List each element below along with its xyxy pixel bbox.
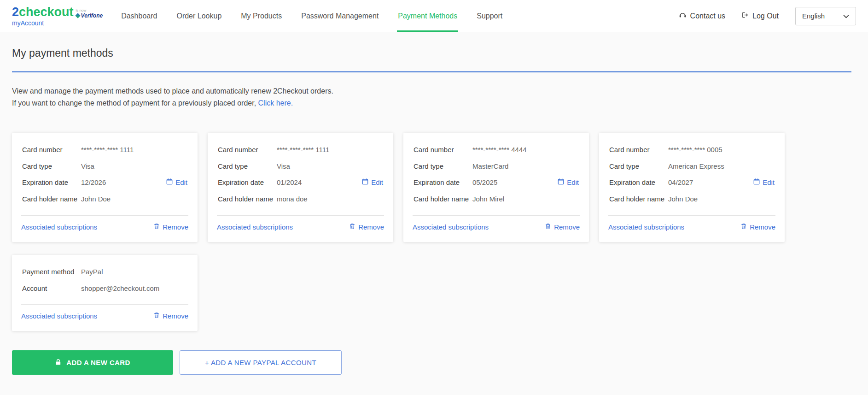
nav-item-dashboard[interactable]: Dashboard bbox=[120, 0, 158, 32]
card-body: Card number ****-****-**** 1111 Card typ… bbox=[12, 133, 198, 214]
nav-item-support[interactable]: Support bbox=[476, 0, 503, 32]
remove-label: Remove bbox=[163, 223, 188, 231]
contact-us-link[interactable]: Contact us bbox=[679, 12, 725, 20]
trash-icon bbox=[545, 223, 551, 231]
calendar-icon bbox=[166, 178, 173, 186]
contact-us-label: Contact us bbox=[690, 12, 725, 20]
card-number-row: Card number ****-****-**** 1111 bbox=[218, 146, 383, 154]
card-footer: Associated subscriptions Remove bbox=[217, 215, 384, 242]
edit-link[interactable]: Edit bbox=[558, 178, 579, 186]
card-type-row: Card type Visa bbox=[218, 162, 383, 171]
logout-icon bbox=[742, 12, 749, 20]
trash-icon bbox=[349, 223, 355, 231]
expiration-label: Expiration date bbox=[218, 178, 277, 187]
expiration-row: Expiration date 12/2026 Edit bbox=[22, 178, 187, 187]
remove-link[interactable]: Remove bbox=[349, 223, 384, 231]
edit-label: Edit bbox=[175, 178, 187, 186]
chevron-down-icon bbox=[843, 12, 849, 20]
card-number-row: Card number ****-****-**** 0005 bbox=[609, 146, 775, 154]
card-type-label: Card type bbox=[414, 162, 472, 171]
calendar-icon bbox=[362, 178, 368, 186]
contact-us-icon bbox=[679, 12, 687, 20]
card-number-value: ****-****-**** 1111 bbox=[81, 146, 134, 154]
card-type-label: Card type bbox=[22, 162, 81, 171]
title-underline bbox=[12, 71, 851, 72]
expiration-label: Expiration date bbox=[414, 178, 472, 187]
main-nav: Dashboard Order Lookup My Products Passw… bbox=[120, 0, 521, 32]
card-holder-row: Card holder name John Doe bbox=[609, 195, 775, 204]
nav-item-password-management[interactable]: Password Management bbox=[300, 0, 379, 32]
paypal-card-row: Payment method PayPal Account shopper@2c… bbox=[12, 255, 851, 331]
logout-link[interactable]: Log Out bbox=[742, 12, 779, 20]
logo-top: 2checkout is now Verifone bbox=[12, 6, 103, 18]
description-line-2: If you want to change the method of paym… bbox=[12, 97, 851, 109]
card-holder-row: Card holder name mona doe bbox=[218, 195, 383, 204]
remove-link[interactable]: Remove bbox=[153, 312, 188, 320]
card-type-row: Card type American Express bbox=[609, 162, 775, 171]
card-number-row: Card number ****-****-**** 4444 bbox=[414, 146, 579, 154]
card-holder-label: Card holder name bbox=[609, 195, 668, 204]
calendar-icon bbox=[558, 178, 564, 186]
remove-label: Remove bbox=[750, 223, 775, 231]
expiration-value: 12/2026 bbox=[81, 178, 106, 187]
card-body: Payment method PayPal Account shopper@2c… bbox=[12, 255, 198, 304]
card-holder-value: mona doe bbox=[277, 195, 308, 204]
card-footer: Associated subscriptions Remove bbox=[21, 215, 188, 242]
payment-card: Card number ****-****-**** 4444 Card typ… bbox=[403, 133, 589, 242]
card-footer: Associated subscriptions Remove bbox=[608, 215, 775, 242]
card-holder-value: John Doe bbox=[668, 195, 698, 204]
associated-subscriptions-link[interactable]: Associated subscriptions bbox=[413, 223, 489, 231]
top-nav: 2checkout is now Verifone myAccount Dash… bbox=[0, 0, 868, 32]
trash-icon bbox=[153, 312, 160, 320]
edit-label: Edit bbox=[567, 178, 579, 186]
card-holder-value: John Mirel bbox=[472, 195, 504, 204]
expiration-value: 01/2024 bbox=[277, 178, 302, 187]
logo[interactable]: 2checkout is now Verifone myAccount bbox=[12, 6, 103, 26]
add-new-paypal-button[interactable]: + ADD A NEW PAYPAL ACCOUNT bbox=[180, 350, 342, 375]
nav-item-my-products[interactable]: My Products bbox=[240, 0, 283, 32]
card-footer: Associated subscriptions Remove bbox=[21, 304, 188, 331]
nav-item-payment-methods[interactable]: Payment Methods bbox=[397, 0, 458, 32]
associated-subscriptions-link[interactable]: Associated subscriptions bbox=[21, 312, 97, 320]
associated-subscriptions-link[interactable]: Associated subscriptions bbox=[21, 223, 97, 231]
paypal-card: Payment method PayPal Account shopper@2c… bbox=[12, 255, 198, 331]
associated-subscriptions-link[interactable]: Associated subscriptions bbox=[217, 223, 293, 231]
associated-subscriptions-link[interactable]: Associated subscriptions bbox=[608, 223, 684, 231]
edit-link[interactable]: Edit bbox=[753, 178, 775, 186]
card-type-value: Visa bbox=[81, 162, 94, 171]
click-here-link[interactable]: Click here. bbox=[258, 99, 293, 107]
trash-icon bbox=[153, 223, 160, 231]
remove-label: Remove bbox=[358, 223, 384, 231]
remove-link[interactable]: Remove bbox=[545, 223, 580, 231]
language-select[interactable]: English bbox=[795, 7, 856, 25]
payment-method-value: PayPal bbox=[81, 268, 103, 277]
card-type-value: Visa bbox=[277, 162, 290, 171]
payment-method-label: Payment method bbox=[22, 268, 81, 277]
card-number-value: ****-****-**** 0005 bbox=[668, 146, 722, 154]
payment-card: Card number ****-****-**** 1111 Card typ… bbox=[208, 133, 393, 242]
remove-link[interactable]: Remove bbox=[153, 223, 188, 231]
verifone-logo: Verifone bbox=[76, 13, 103, 18]
add-new-card-button[interactable]: ADD A NEW CARD bbox=[12, 350, 173, 375]
expiration-value: 05/2025 bbox=[472, 178, 497, 187]
card-type-label: Card type bbox=[218, 162, 277, 171]
edit-link[interactable]: Edit bbox=[362, 178, 383, 186]
add-new-card-label: ADD A NEW CARD bbox=[66, 359, 130, 366]
expiration-row: Expiration date 05/2025 Edit bbox=[414, 178, 579, 187]
edit-link[interactable]: Edit bbox=[166, 178, 187, 186]
remove-link[interactable]: Remove bbox=[740, 223, 775, 231]
card-type-value: American Express bbox=[668, 162, 724, 171]
verifone-label: Verifone bbox=[81, 13, 103, 18]
logo-is-now-text: is now bbox=[76, 9, 87, 12]
nav-item-order-lookup[interactable]: Order Lookup bbox=[175, 0, 222, 32]
account-value: shopper@2checkout.com bbox=[81, 284, 159, 293]
edit-label: Edit bbox=[371, 178, 383, 186]
card-number-row: Card number ****-****-**** 1111 bbox=[22, 146, 187, 154]
expiration-label: Expiration date bbox=[609, 178, 668, 187]
actions-row: ADD A NEW CARD + ADD A NEW PAYPAL ACCOUN… bbox=[12, 350, 851, 375]
account-label: Account bbox=[22, 284, 81, 293]
logo-verifone-block: is now Verifone bbox=[76, 9, 103, 18]
card-holder-label: Card holder name bbox=[218, 195, 277, 204]
main-content: My payment methods View and manage the p… bbox=[0, 47, 868, 395]
trash-icon bbox=[740, 223, 747, 231]
